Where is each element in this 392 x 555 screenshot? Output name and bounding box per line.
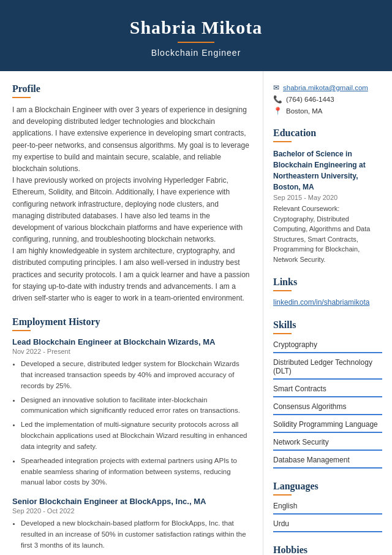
languages-title: Languages <box>273 481 382 492</box>
email-link[interactable]: shabria.mikota@gmail.com <box>283 84 368 91</box>
linkedin-link[interactable]: linkedin.com/in/shabriamikota <box>273 298 369 307</box>
profile-text: I am a Blockchain Engineer with over 3 y… <box>12 104 252 304</box>
links-divider <box>273 290 292 291</box>
email-icon: ✉ <box>273 83 279 92</box>
skill-item: Distributed Ledger Technology (DLT) <box>273 358 382 380</box>
contact-email[interactable]: ✉ shabria.mikota@gmail.com <box>273 83 382 92</box>
education-title: Education <box>273 128 382 139</box>
edu-degree: Bachelor of Science in Blockchain Engine… <box>273 148 382 193</box>
hobbies-section: Hobbies <box>273 545 382 555</box>
edu-coursework: Relevant Coursework: Cryptography, Distr… <box>273 204 382 264</box>
language-item: Urdu <box>273 519 382 532</box>
education-section: Education Bachelor of Science in Blockch… <box>273 128 382 264</box>
main-layout: Profile I am a Blockchain Engineer with … <box>0 71 392 555</box>
employment-section: Employment History Lead Blockchain Engin… <box>12 316 252 555</box>
list-item: Designed an innovative solution to facil… <box>21 395 252 417</box>
location-text: Boston, MA <box>286 107 322 115</box>
skill-item: Solidity Programming Language <box>273 420 382 433</box>
skill-item: Cryptography <box>273 340 382 353</box>
candidate-name: Shabria Mikota <box>12 17 380 38</box>
list-item: Developed a new blockchain-based platfor… <box>21 518 252 551</box>
languages-divider <box>273 494 292 496</box>
contact-section: ✉ shabria.mikota@gmail.com 📞 (764) 646-1… <box>273 83 382 115</box>
linkedin-link-item[interactable]: linkedin.com/in/shabriamikota <box>273 297 382 307</box>
job-2-title: Senior Blockchain Engineer at BlockApps,… <box>12 497 252 506</box>
skill-item: Consensus Algorithms <box>273 402 382 415</box>
resume-header: Shabria Mikota Blockchain Engineer <box>0 0 392 71</box>
links-section: Links linkedin.com/in/shabriamikota <box>273 277 382 307</box>
skills-section: Skills Cryptography Distributed Ledger T… <box>273 320 382 469</box>
candidate-title: Blockchain Engineer <box>12 48 380 58</box>
phone-number: (764) 646-1443 <box>286 96 334 103</box>
skills-title: Skills <box>273 320 382 331</box>
skill-item: Network Security <box>273 438 382 451</box>
phone-icon: 📞 <box>273 95 282 104</box>
job-1: Lead Blockchain Engineer at Blockchain W… <box>12 337 252 488</box>
right-column: ✉ shabria.mikota@gmail.com 📞 (764) 646-1… <box>263 71 392 555</box>
languages-section: Languages English Urdu <box>273 481 382 532</box>
employment-title: Employment History <box>12 316 252 327</box>
header-divider <box>178 42 214 43</box>
left-column: Profile I am a Blockchain Engineer with … <box>0 71 263 555</box>
list-item: Led the implementation of multi-signatur… <box>21 419 252 452</box>
job-1-title: Lead Blockchain Engineer at Blockchain W… <box>12 337 252 346</box>
skill-item: Database Management <box>273 456 382 469</box>
job-2: Senior Blockchain Engineer at BlockApps,… <box>12 497 252 555</box>
hobbies-title: Hobbies <box>273 545 382 555</box>
list-item: Spearheaded integration projects with ex… <box>21 456 252 488</box>
edu-date: Sep 2015 - May 2020 <box>273 194 382 201</box>
profile-divider <box>12 97 31 98</box>
skills-divider <box>273 333 292 334</box>
skill-item: Smart Contracts <box>273 385 382 397</box>
contact-location: 📍 Boston, MA <box>273 107 382 115</box>
links-title: Links <box>273 277 382 288</box>
contact-phone: 📞 (764) 646-1443 <box>273 95 382 104</box>
language-item: English <box>273 502 382 515</box>
job-2-date: Sep 2020 - Oct 2022 <box>12 507 252 515</box>
job-1-bullets: Developed a secure, distributed ledger s… <box>21 359 252 488</box>
job-2-bullets: Developed a new blockchain-based platfor… <box>21 518 252 555</box>
list-item: Developed a secure, distributed ledger s… <box>21 359 252 391</box>
employment-divider <box>12 330 31 331</box>
job-1-date: Nov 2022 - Present <box>12 348 252 355</box>
location-icon: 📍 <box>273 107 282 115</box>
profile-section: Profile I am a Blockchain Engineer with … <box>12 83 252 304</box>
education-divider <box>273 141 292 142</box>
profile-title: Profile <box>12 83 252 94</box>
